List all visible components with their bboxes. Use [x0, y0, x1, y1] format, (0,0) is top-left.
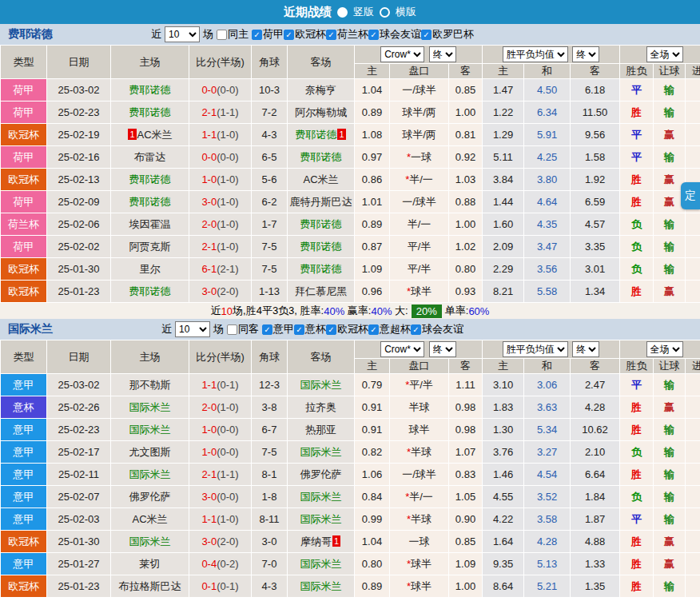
- goals-cell: [686, 281, 700, 303]
- fulltime-score: 0-1: [201, 580, 217, 592]
- league-filter[interactable]: ✓欧冠杯: [284, 27, 326, 42]
- fulltime-score: 3-0: [201, 196, 217, 208]
- league-cell: 欧冠杯: [1, 575, 47, 598]
- checkbox-unchecked-icon[interactable]: [217, 30, 227, 40]
- home-team-cell: 国际米兰: [111, 464, 189, 486]
- result-cell: 胜: [620, 531, 654, 553]
- avg-final-select[interactable]: 终: [572, 46, 599, 62]
- score-cell: 1-0(1-0): [189, 169, 252, 191]
- column-header-score: 比分(半场): [189, 340, 252, 374]
- checkbox-checked-icon[interactable]: ✓: [421, 30, 432, 40]
- odds-home-cell: 0.96: [355, 281, 390, 303]
- league-cell: 意甲: [1, 419, 47, 441]
- score-cell: 2-1(1-1): [189, 101, 252, 124]
- checkbox-checked-icon[interactable]: ✓: [262, 324, 272, 335]
- bookmaker-select[interactable]: Crow*: [380, 341, 424, 357]
- final-odds-select[interactable]: 终: [429, 46, 456, 62]
- checkbox-checked-icon[interactable]: ✓: [368, 324, 379, 335]
- scope-select[interactable]: 全场: [646, 46, 683, 62]
- recent-count-select[interactable]: 10: [175, 321, 210, 337]
- avg-draw-cell: 4.25: [524, 146, 571, 169]
- league-label: 欧罗巴杯: [432, 27, 474, 42]
- league-filter[interactable]: ✓荷兰杯: [326, 27, 368, 42]
- date-cell: 25-02-13: [47, 169, 111, 191]
- avg-home-cell: 1.60: [483, 213, 524, 236]
- home-team-cell: 里尔: [111, 258, 189, 281]
- checkbox-checked-icon[interactable]: ✓: [326, 324, 336, 335]
- team-section: 费耶诺德 近 10 场 同主 ✓荷甲✓欧冠杯✓荷兰杯✓球会友谊✓欧罗巴杯: [0, 24, 700, 319]
- checkbox-checked-icon[interactable]: ✓: [252, 30, 262, 40]
- home-team-cell: 国际米兰: [111, 419, 189, 441]
- scope-select[interactable]: 全场: [646, 341, 683, 357]
- checkbox-checked-icon[interactable]: ✓: [326, 30, 336, 40]
- checkbox-unchecked-icon[interactable]: [227, 324, 237, 335]
- league-filter[interactable]: ✓意甲: [262, 322, 294, 336]
- away-team-name: 拉齐奥: [305, 401, 336, 413]
- same-venue-filter[interactable]: 同客: [227, 322, 259, 336]
- same-venue-label: 同主: [228, 27, 249, 42]
- odds-home-cell: 1.08: [355, 124, 390, 146]
- bookmaker-select[interactable]: Crow*: [380, 46, 424, 62]
- league-filter[interactable]: ✓球会友谊: [411, 322, 463, 336]
- pin-tag[interactable]: 定: [681, 182, 700, 209]
- fulltime-score: 3-0: [201, 491, 217, 503]
- home-team-cell: 费耶诺德: [111, 191, 189, 213]
- league-filter[interactable]: ✓欧冠杯: [326, 322, 368, 336]
- away-team-cell: 费耶诺德1: [288, 124, 355, 146]
- avg-select[interactable]: 胜平负均值: [503, 46, 568, 62]
- away-team-cell: 佛罗伦萨: [288, 464, 355, 486]
- league-label: 欧冠杯: [337, 322, 368, 336]
- goals-cell: [686, 146, 700, 169]
- match-row: 欧冠杯25-01-23布拉格斯巴达0-1(0-1)4-3国际米兰0.89*球半1…: [1, 575, 700, 598]
- halftime-score: (0-1): [217, 379, 238, 391]
- league-filter[interactable]: ✓荷甲: [252, 27, 284, 42]
- league-filter[interactable]: ✓欧罗巴杯: [421, 27, 474, 42]
- star-mark: *: [405, 173, 409, 185]
- odds-away-cell: 0.90: [449, 508, 483, 531]
- odds-away-cell: 0.93: [449, 281, 483, 303]
- avg-select[interactable]: 胜平负均值: [503, 341, 568, 357]
- same-venue-filter[interactable]: 同主: [217, 27, 249, 42]
- corner-cell: 6-7: [252, 419, 288, 441]
- away-team-cell: 费耶诺德: [288, 146, 355, 169]
- final-odds-select[interactable]: 终: [429, 341, 456, 357]
- horizontal-layout-label[interactable]: 横版: [396, 5, 416, 19]
- odds-away-cell: 0.98: [449, 396, 483, 419]
- home-team-cell: 国际米兰: [111, 396, 189, 419]
- goals-cell: [686, 419, 700, 441]
- avg-away-cell: 1.87: [571, 508, 620, 531]
- away-team-name: 摩纳哥: [300, 535, 332, 547]
- games-label: 场: [203, 27, 213, 42]
- recent-label: 近: [161, 322, 172, 336]
- league-filter[interactable]: ✓意超杯: [368, 322, 411, 336]
- halftime-score: (0-0): [217, 84, 238, 96]
- recent-count-select[interactable]: 10: [165, 26, 200, 42]
- odds-home-cell: 0.97: [355, 146, 390, 169]
- avg-away-cell: 3.01: [571, 258, 620, 281]
- checkbox-checked-icon[interactable]: ✓: [368, 30, 379, 40]
- avg-draw-cell: 5.58: [524, 281, 571, 303]
- goals-cell: [686, 441, 700, 464]
- summary-text: 60%: [468, 305, 489, 317]
- horizontal-layout-radio[interactable]: [380, 7, 390, 18]
- odds-away-cell: 1.00: [449, 213, 483, 236]
- vertical-layout-radio[interactable]: [337, 7, 348, 18]
- league-filter[interactable]: ✓球会友谊: [368, 27, 421, 42]
- avg-final-select[interactable]: 终: [572, 341, 599, 357]
- league-filter[interactable]: ✓意杯: [294, 322, 326, 336]
- halftime-score: (1-1): [217, 468, 238, 480]
- away-team-name: 费耶诺德: [300, 241, 342, 253]
- column-header-handicap: 盘口: [390, 359, 449, 374]
- halftime-score: (1-0): [217, 218, 238, 230]
- checkbox-checked-icon[interactable]: ✓: [294, 324, 304, 335]
- filters: 近 10 场 同客 ✓意甲✓意杯✓欧冠杯✓意超杯✓球会友谊: [161, 321, 583, 337]
- vertical-layout-label[interactable]: 竖版: [353, 5, 374, 19]
- score-cell: 3-0(1-0): [189, 191, 252, 213]
- away-team-name: 热那亚: [305, 424, 336, 436]
- checkbox-checked-icon[interactable]: ✓: [284, 30, 294, 40]
- away-team-name: 费耶诺德: [300, 151, 342, 163]
- away-team-cell: 拉齐奥: [288, 396, 355, 419]
- league-cell: 欧冠杯: [1, 281, 47, 303]
- checkbox-checked-icon[interactable]: ✓: [411, 324, 421, 335]
- avg-away-cell: 11.50: [571, 101, 620, 124]
